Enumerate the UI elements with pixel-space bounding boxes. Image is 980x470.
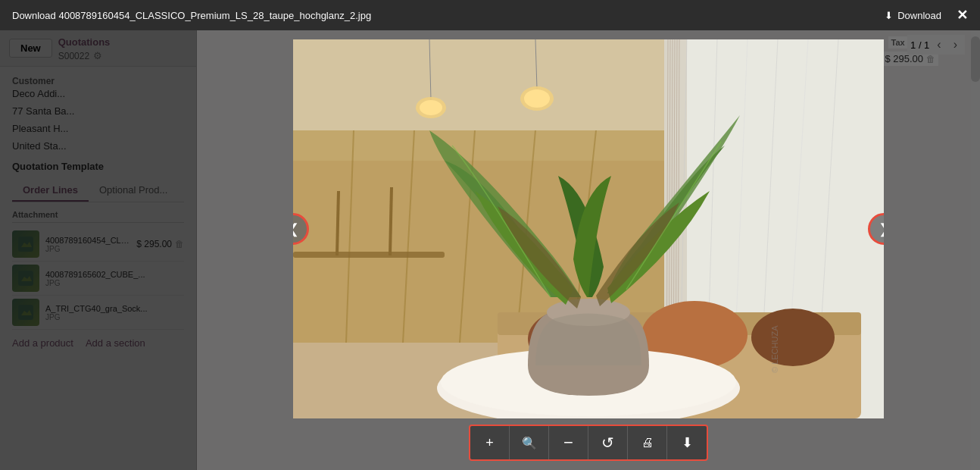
- download-button[interactable]: ⬇ Download: [885, 10, 941, 21]
- zoom-out-button[interactable]: −: [549, 426, 588, 459]
- search-icon: 🔍: [522, 436, 537, 450]
- image-viewer: © LECHUZA: [197, 30, 980, 470]
- svg-line-32: [337, 191, 339, 255]
- search-button[interactable]: 🔍: [510, 426, 549, 459]
- download-title: Download 4008789160454_CLASSICO_Premium_…: [12, 10, 885, 21]
- rotate-icon: ↺: [601, 434, 614, 452]
- main-layout: New Quotations S00022 ⚙ Customer Deco Ad…: [0, 30, 980, 470]
- zoom-in-button[interactable]: +: [470, 426, 510, 459]
- svg-point-27: [420, 100, 442, 115]
- svg-rect-31: [293, 252, 445, 258]
- close-button[interactable]: ✕: [957, 7, 968, 24]
- download-bar: Download 4008789160454_CLASSICO_Premium_…: [0, 0, 980, 30]
- svg-point-30: [524, 89, 550, 108]
- print-button[interactable]: 🖨: [628, 426, 667, 459]
- image-container: © LECHUZA: [293, 39, 884, 418]
- zoom-in-icon: +: [485, 435, 494, 451]
- viewer-download-button[interactable]: ⬇: [667, 426, 707, 459]
- download-icon: ⬇: [885, 10, 893, 21]
- print-icon: 🖨: [641, 436, 654, 450]
- viewer-toolbar: + 🔍 − ↺ 🖨 ⬇: [469, 425, 708, 461]
- svg-point-38: [751, 309, 835, 366]
- zoom-out-icon: −: [563, 433, 573, 453]
- plant-scene-svg: © LECHUZA: [293, 39, 884, 418]
- svg-line-33: [390, 187, 392, 255]
- viewer-download-icon: ⬇: [682, 434, 693, 451]
- svg-text:© LECHUZA: © LECHUZA: [770, 325, 779, 373]
- rotate-button[interactable]: ↺: [588, 426, 628, 459]
